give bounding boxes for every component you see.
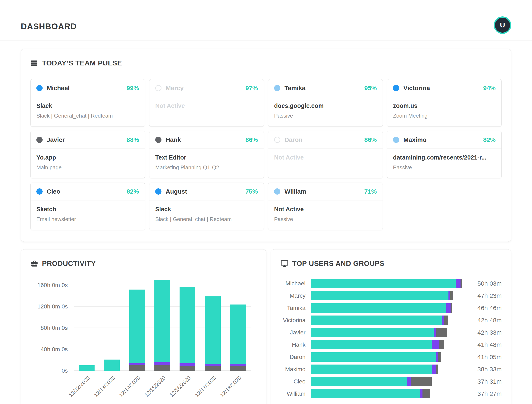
- top-users-chart: Michael50h 03mMarcy47h 23mTamika46h 46mV…: [281, 279, 502, 398]
- bar-segment-idle: [436, 365, 438, 374]
- current-app: Not Active: [155, 102, 258, 109]
- presence-dot-outline-icon: [155, 85, 161, 91]
- user-card: William71%Not ActivePassive: [268, 183, 383, 230]
- bar-segment-neutral: [432, 340, 439, 349]
- bar-segment-productive: [311, 279, 456, 288]
- user-row-time: 37h 27m: [462, 390, 502, 397]
- current-app: Yo.app: [36, 154, 139, 161]
- user-card-body: docs.google.comPassive: [268, 97, 383, 126]
- team-pulse-panel: TODAY’S TEAM PULSE Michael99%SlackSlack …: [21, 49, 511, 242]
- monitor-icon: [281, 260, 288, 268]
- user-card: Hank86%Text EditorMarketing Planning Q1-…: [149, 131, 264, 178]
- current-app: Sketch: [36, 206, 139, 213]
- user-row-label: Maximo: [281, 366, 311, 373]
- y-axis-tick-label: 80h 0m 0s: [30, 325, 68, 331]
- user-activity-percent: 71%: [364, 188, 377, 195]
- bar-segment-productive: [311, 316, 442, 325]
- bar-segment-neutral: [154, 362, 170, 365]
- user-card-header: Daron86%: [268, 131, 383, 149]
- bar-segment-idle: [230, 366, 246, 371]
- bar-segment-idle: [129, 365, 145, 371]
- user-card: Javier88%Yo.appMain page: [30, 131, 145, 178]
- user-card-header: Cleo82%: [31, 183, 145, 201]
- bar-segment-neutral: [456, 279, 461, 288]
- bar-segment-neutral: [449, 291, 450, 300]
- user-row-bar: [311, 352, 441, 362]
- user-row-time: 41h 48m: [462, 341, 502, 348]
- user-name: Daron: [284, 136, 364, 143]
- user-activity-percent: 86%: [364, 136, 377, 143]
- user-row-label: Tamika: [281, 305, 311, 311]
- bar-segment-neutral: [432, 365, 436, 374]
- productivity-title: PRODUCTIVITY: [42, 259, 96, 268]
- bar-segment-idle: [450, 303, 452, 313]
- user-row-time: 41h 05m: [462, 354, 502, 360]
- user-activity-percent: 94%: [483, 85, 496, 92]
- current-app: docs.google.com: [274, 102, 377, 109]
- current-app-detail: Passive: [274, 113, 377, 119]
- current-app-detail: Email newsletter: [36, 216, 139, 222]
- user-row-bar: [311, 377, 432, 386]
- current-app-detail: Main page: [36, 164, 139, 171]
- user-avatar-button[interactable]: U: [494, 16, 511, 34]
- user-name: Hank: [166, 136, 245, 143]
- productivity-header: PRODUCTIVITY: [30, 259, 257, 268]
- user-card: Victorina94%zoom.usZoom Meeting: [387, 79, 502, 127]
- user-row: Hank41h 48m: [281, 340, 502, 349]
- bar-stack: [129, 290, 145, 371]
- x-axis-date-label: 12/17/2020: [200, 371, 225, 403]
- bar-segment-idle: [444, 316, 448, 325]
- user-row-label: Daron: [281, 354, 311, 360]
- briefcase-icon: [30, 260, 38, 268]
- user-row-bar: [311, 316, 448, 325]
- user-row-label: Hank: [281, 341, 311, 348]
- bar-segment-productive: [311, 365, 432, 374]
- bar-segment-productive: [311, 328, 434, 337]
- user-row-time: 37h 31m: [462, 378, 502, 385]
- user-row-bar-zone: [311, 303, 462, 313]
- user-row-bar-zone: [311, 389, 462, 398]
- bar-segment-idle: [411, 377, 432, 386]
- bar-segment-idle: [154, 365, 170, 371]
- x-axis-date-label: 12/14/2020: [124, 371, 150, 403]
- user-card-header: Michael99%: [31, 79, 145, 97]
- user-row-label: Victorina: [281, 317, 311, 324]
- user-name: Victorina: [403, 85, 483, 92]
- current-app: Not Active: [274, 206, 377, 213]
- team-pulse-cards-grid: Michael99%SlackSlack | General_chat | Re…: [30, 79, 502, 230]
- top-users-panel: TOP USERS AND GROUPS Michael50h 03mMarcy…: [271, 249, 511, 404]
- presence-dot-icon: [155, 188, 161, 195]
- user-card-header: Marcy97%: [149, 79, 264, 97]
- user-row-bar-zone: [311, 352, 462, 362]
- user-row-time: 50h 03m: [462, 280, 502, 287]
- user-row-bar: [311, 389, 430, 398]
- top-users-header: TOP USERS AND GROUPS: [281, 259, 502, 268]
- presence-dot-icon: [274, 188, 280, 195]
- user-card-body: SlackSlack | General_chat | Redteam: [31, 97, 145, 126]
- bar-stack: [230, 304, 246, 371]
- user-row-time: 42h 48m: [462, 317, 502, 324]
- current-app-detail: Slack | General_chat | Redteam: [36, 113, 139, 119]
- list-icon: [30, 59, 38, 67]
- bar-segment-productive: [311, 340, 432, 349]
- presence-dot-icon: [36, 85, 43, 91]
- current-app-detail: Passive: [274, 216, 377, 222]
- productivity-panel: PRODUCTIVITY 12/12/202012/13/202012/14/2…: [21, 249, 266, 404]
- user-name: Maximo: [403, 136, 483, 143]
- user-row-label: Cleo: [281, 378, 311, 385]
- bar-segment-neutral: [179, 363, 195, 366]
- user-activity-percent: 99%: [127, 85, 139, 92]
- user-card-body: Not ActivePassive: [268, 201, 383, 230]
- user-row-bar: [311, 291, 453, 300]
- user-row-bar: [311, 365, 438, 374]
- bar-segment-productive: [311, 303, 446, 313]
- bar-segment-productive: [129, 290, 145, 363]
- user-card-body: Not Active: [268, 149, 383, 176]
- bar-segment-productive: [104, 360, 120, 371]
- y-axis-tick-label: 0s: [30, 367, 68, 374]
- bar-segment-idle: [436, 328, 447, 337]
- current-app: Not Active: [274, 154, 377, 161]
- user-name: Marcy: [166, 85, 245, 92]
- user-name: Cleo: [47, 188, 127, 195]
- bar-segment-neutral: [230, 364, 246, 366]
